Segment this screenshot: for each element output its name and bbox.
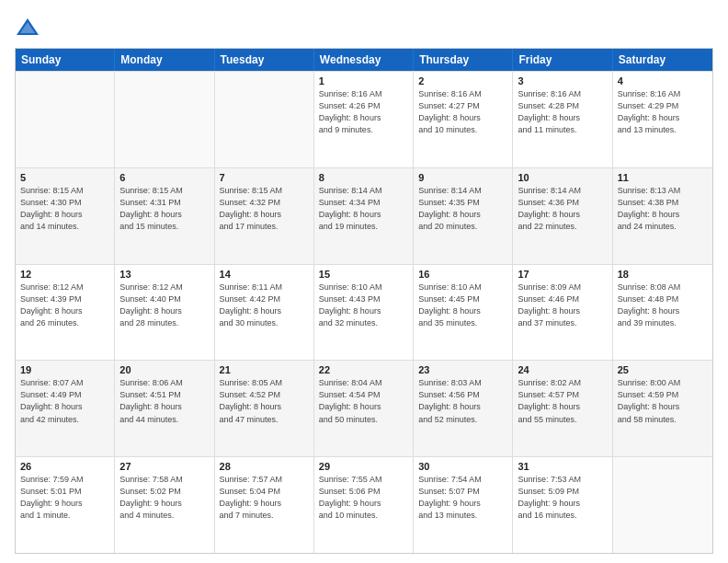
day-number: 30	[418, 461, 507, 472]
calendar-row: 1Sunrise: 8:16 AM Sunset: 4:26 PM Daylig…	[16, 71, 712, 167]
calendar-cell: 22Sunrise: 8:04 AM Sunset: 4:54 PM Dayli…	[314, 361, 414, 456]
day-info: Sunrise: 8:15 AM Sunset: 4:31 PM Dayligh…	[119, 185, 209, 233]
day-number: 9	[418, 172, 507, 183]
day-info: Sunrise: 8:05 AM Sunset: 4:52 PM Dayligh…	[220, 377, 309, 425]
day-info: Sunrise: 7:57 AM Sunset: 5:04 PM Dayligh…	[220, 474, 309, 522]
calendar-row: 12Sunrise: 8:12 AM Sunset: 4:39 PM Dayli…	[16, 264, 712, 361]
day-info: Sunrise: 8:16 AM Sunset: 4:29 PM Dayligh…	[618, 88, 708, 136]
calendar-cell	[613, 457, 712, 553]
weekday-header: Thursday	[414, 49, 513, 71]
day-info: Sunrise: 8:00 AM Sunset: 4:59 PM Dayligh…	[618, 377, 708, 425]
day-info: Sunrise: 8:11 AM Sunset: 4:42 PM Dayligh…	[220, 282, 309, 329]
day-info: Sunrise: 8:02 AM Sunset: 4:57 PM Dayligh…	[518, 377, 607, 425]
day-info: Sunrise: 8:16 AM Sunset: 4:27 PM Dayligh…	[418, 88, 507, 136]
day-number: 26	[20, 461, 109, 472]
day-info: Sunrise: 8:14 AM Sunset: 4:34 PM Dayligh…	[319, 185, 408, 233]
day-number: 6	[119, 172, 209, 183]
calendar-cell: 16Sunrise: 8:10 AM Sunset: 4:45 PM Dayli…	[414, 265, 513, 361]
calendar-cell: 28Sunrise: 7:57 AM Sunset: 5:04 PM Dayli…	[215, 457, 314, 553]
calendar-cell: 31Sunrise: 7:53 AM Sunset: 5:09 PM Dayli…	[513, 457, 612, 553]
weekday-header: Sunday	[16, 49, 115, 71]
calendar-cell: 24Sunrise: 8:02 AM Sunset: 4:57 PM Dayli…	[513, 361, 612, 456]
day-info: Sunrise: 8:06 AM Sunset: 4:51 PM Dayligh…	[119, 377, 209, 425]
page: SundayMondayTuesdayWednesdayThursdayFrid…	[0, 0, 728, 563]
day-number: 28	[220, 461, 309, 472]
calendar-cell: 15Sunrise: 8:10 AM Sunset: 4:43 PM Dayli…	[314, 265, 414, 361]
calendar-cell: 17Sunrise: 8:09 AM Sunset: 4:46 PM Dayli…	[513, 265, 612, 361]
day-number: 23	[418, 364, 507, 375]
day-number: 4	[618, 75, 708, 86]
weekday-header: Saturday	[613, 49, 712, 71]
day-number: 8	[319, 172, 408, 183]
day-info: Sunrise: 8:15 AM Sunset: 4:32 PM Dayligh…	[220, 185, 309, 233]
day-info: Sunrise: 8:15 AM Sunset: 4:30 PM Dayligh…	[20, 185, 109, 233]
calendar-cell: 8Sunrise: 8:14 AM Sunset: 4:34 PM Daylig…	[314, 168, 414, 264]
day-info: Sunrise: 8:09 AM Sunset: 4:46 PM Dayligh…	[518, 282, 607, 329]
calendar-cell	[16, 72, 115, 167]
day-number: 11	[618, 172, 708, 183]
day-info: Sunrise: 7:59 AM Sunset: 5:01 PM Dayligh…	[20, 474, 109, 522]
day-info: Sunrise: 8:16 AM Sunset: 4:28 PM Dayligh…	[518, 88, 607, 136]
calendar-cell: 25Sunrise: 8:00 AM Sunset: 4:59 PM Dayli…	[613, 361, 712, 456]
day-number: 31	[518, 461, 607, 472]
day-info: Sunrise: 8:07 AM Sunset: 4:49 PM Dayligh…	[20, 377, 109, 425]
day-number: 15	[319, 269, 408, 280]
day-number: 24	[518, 364, 607, 375]
calendar-cell: 2Sunrise: 8:16 AM Sunset: 4:27 PM Daylig…	[414, 72, 513, 167]
weekday-header: Tuesday	[215, 49, 314, 71]
day-number: 29	[319, 461, 408, 472]
day-number: 12	[20, 269, 109, 280]
day-number: 16	[418, 269, 507, 280]
day-number: 22	[319, 364, 408, 375]
calendar-cell	[115, 72, 214, 167]
calendar-cell	[215, 72, 314, 167]
day-number: 10	[518, 172, 607, 183]
day-info: Sunrise: 7:53 AM Sunset: 5:09 PM Dayligh…	[518, 474, 607, 522]
calendar-cell: 10Sunrise: 8:14 AM Sunset: 4:36 PM Dayli…	[513, 168, 612, 264]
day-number: 25	[618, 364, 708, 375]
calendar-row: 26Sunrise: 7:59 AM Sunset: 5:01 PM Dayli…	[16, 456, 712, 553]
day-number: 1	[319, 75, 408, 86]
header	[15, 15, 713, 40]
calendar-header: SundayMondayTuesdayWednesdayThursdayFrid…	[16, 49, 712, 71]
calendar-cell: 27Sunrise: 7:58 AM Sunset: 5:02 PM Dayli…	[115, 457, 214, 553]
day-number: 13	[119, 269, 209, 280]
calendar-row: 5Sunrise: 8:15 AM Sunset: 4:30 PM Daylig…	[16, 167, 712, 264]
logo-icon	[15, 15, 40, 40]
day-info: Sunrise: 8:08 AM Sunset: 4:48 PM Dayligh…	[618, 282, 708, 329]
weekday-header: Friday	[513, 49, 612, 71]
calendar-cell: 3Sunrise: 8:16 AM Sunset: 4:28 PM Daylig…	[513, 72, 612, 167]
day-info: Sunrise: 8:12 AM Sunset: 4:40 PM Dayligh…	[119, 282, 209, 329]
calendar-cell: 19Sunrise: 8:07 AM Sunset: 4:49 PM Dayli…	[16, 361, 115, 456]
calendar-cell: 9Sunrise: 8:14 AM Sunset: 4:35 PM Daylig…	[414, 168, 513, 264]
day-info: Sunrise: 8:12 AM Sunset: 4:39 PM Dayligh…	[20, 282, 109, 329]
calendar-cell: 12Sunrise: 8:12 AM Sunset: 4:39 PM Dayli…	[16, 265, 115, 361]
calendar-row: 19Sunrise: 8:07 AM Sunset: 4:49 PM Dayli…	[16, 360, 712, 456]
calendar-cell: 4Sunrise: 8:16 AM Sunset: 4:29 PM Daylig…	[613, 72, 712, 167]
day-info: Sunrise: 8:13 AM Sunset: 4:38 PM Dayligh…	[618, 185, 708, 233]
logo	[15, 15, 44, 40]
weekday-header: Monday	[115, 49, 214, 71]
calendar-cell: 18Sunrise: 8:08 AM Sunset: 4:48 PM Dayli…	[613, 265, 712, 361]
day-number: 19	[20, 364, 109, 375]
calendar-cell: 29Sunrise: 7:55 AM Sunset: 5:06 PM Dayli…	[314, 457, 414, 553]
day-number: 17	[518, 269, 607, 280]
day-number: 21	[220, 364, 309, 375]
calendar-cell: 11Sunrise: 8:13 AM Sunset: 4:38 PM Dayli…	[613, 168, 712, 264]
day-info: Sunrise: 8:14 AM Sunset: 4:36 PM Dayligh…	[518, 185, 607, 233]
day-number: 14	[220, 269, 309, 280]
day-info: Sunrise: 7:58 AM Sunset: 5:02 PM Dayligh…	[119, 474, 209, 522]
calendar-cell: 6Sunrise: 8:15 AM Sunset: 4:31 PM Daylig…	[115, 168, 214, 264]
day-info: Sunrise: 7:54 AM Sunset: 5:07 PM Dayligh…	[418, 474, 507, 522]
day-number: 18	[618, 269, 708, 280]
calendar: SundayMondayTuesdayWednesdayThursdayFrid…	[15, 48, 713, 554]
calendar-cell: 14Sunrise: 8:11 AM Sunset: 4:42 PM Dayli…	[215, 265, 314, 361]
day-number: 7	[220, 172, 309, 183]
calendar-cell: 30Sunrise: 7:54 AM Sunset: 5:07 PM Dayli…	[414, 457, 513, 553]
day-number: 27	[119, 461, 209, 472]
day-number: 3	[518, 75, 607, 86]
calendar-cell: 21Sunrise: 8:05 AM Sunset: 4:52 PM Dayli…	[215, 361, 314, 456]
calendar-body: 1Sunrise: 8:16 AM Sunset: 4:26 PM Daylig…	[16, 71, 712, 553]
calendar-cell: 1Sunrise: 8:16 AM Sunset: 4:26 PM Daylig…	[314, 72, 414, 167]
calendar-cell: 26Sunrise: 7:59 AM Sunset: 5:01 PM Dayli…	[16, 457, 115, 553]
